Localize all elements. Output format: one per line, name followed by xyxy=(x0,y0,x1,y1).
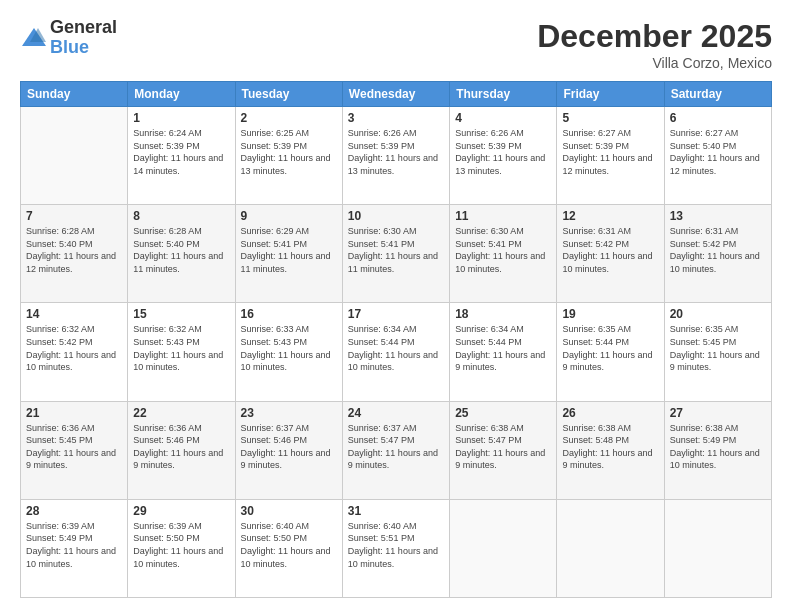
sunset-text: Sunset: 5:40 PM xyxy=(670,141,737,151)
day-number: 5 xyxy=(562,111,658,125)
table-row: 16 Sunrise: 6:33 AM Sunset: 5:43 PM Dayl… xyxy=(235,303,342,401)
day-info: Sunrise: 6:35 AM Sunset: 5:44 PM Dayligh… xyxy=(562,323,658,373)
day-info: Sunrise: 6:36 AM Sunset: 5:46 PM Dayligh… xyxy=(133,422,229,472)
sunrise-text: Sunrise: 6:28 AM xyxy=(26,226,95,236)
day-info: Sunrise: 6:37 AM Sunset: 5:46 PM Dayligh… xyxy=(241,422,337,472)
table-row: 11 Sunrise: 6:30 AM Sunset: 5:41 PM Dayl… xyxy=(450,205,557,303)
daylight-text: Daylight: 11 hours and 9 minutes. xyxy=(455,350,545,373)
header: General Blue December 2025 Villa Corzo, … xyxy=(20,18,772,71)
sunrise-text: Sunrise: 6:24 AM xyxy=(133,128,202,138)
table-row xyxy=(664,499,771,597)
sunset-text: Sunset: 5:42 PM xyxy=(562,239,629,249)
daylight-text: Daylight: 11 hours and 10 minutes. xyxy=(26,546,116,569)
header-thursday: Thursday xyxy=(450,82,557,107)
sunrise-text: Sunrise: 6:36 AM xyxy=(26,423,95,433)
day-info: Sunrise: 6:35 AM Sunset: 5:45 PM Dayligh… xyxy=(670,323,766,373)
sunrise-text: Sunrise: 6:35 AM xyxy=(562,324,631,334)
daylight-text: Daylight: 11 hours and 11 minutes. xyxy=(348,251,438,274)
day-number: 18 xyxy=(455,307,551,321)
sunset-text: Sunset: 5:47 PM xyxy=(348,435,415,445)
sunrise-text: Sunrise: 6:35 AM xyxy=(670,324,739,334)
sunset-text: Sunset: 5:46 PM xyxy=(241,435,308,445)
daylight-text: Daylight: 11 hours and 9 minutes. xyxy=(562,350,652,373)
sunrise-text: Sunrise: 6:26 AM xyxy=(455,128,524,138)
day-info: Sunrise: 6:40 AM Sunset: 5:50 PM Dayligh… xyxy=(241,520,337,570)
sunrise-text: Sunrise: 6:28 AM xyxy=(133,226,202,236)
table-row: 7 Sunrise: 6:28 AM Sunset: 5:40 PM Dayli… xyxy=(21,205,128,303)
location-subtitle: Villa Corzo, Mexico xyxy=(537,55,772,71)
sunrise-text: Sunrise: 6:29 AM xyxy=(241,226,310,236)
table-row: 19 Sunrise: 6:35 AM Sunset: 5:44 PM Dayl… xyxy=(557,303,664,401)
daylight-text: Daylight: 11 hours and 10 minutes. xyxy=(133,546,223,569)
month-title: December 2025 xyxy=(537,18,772,55)
sunset-text: Sunset: 5:51 PM xyxy=(348,533,415,543)
sunrise-text: Sunrise: 6:25 AM xyxy=(241,128,310,138)
sunrise-text: Sunrise: 6:38 AM xyxy=(455,423,524,433)
sunrise-text: Sunrise: 6:37 AM xyxy=(348,423,417,433)
daylight-text: Daylight: 11 hours and 10 minutes. xyxy=(133,350,223,373)
table-row: 31 Sunrise: 6:40 AM Sunset: 5:51 PM Dayl… xyxy=(342,499,449,597)
table-row xyxy=(557,499,664,597)
page: General Blue December 2025 Villa Corzo, … xyxy=(0,0,792,612)
table-row: 15 Sunrise: 6:32 AM Sunset: 5:43 PM Dayl… xyxy=(128,303,235,401)
day-number: 17 xyxy=(348,307,444,321)
sunset-text: Sunset: 5:45 PM xyxy=(670,337,737,347)
day-info: Sunrise: 6:28 AM Sunset: 5:40 PM Dayligh… xyxy=(133,225,229,275)
table-row: 17 Sunrise: 6:34 AM Sunset: 5:44 PM Dayl… xyxy=(342,303,449,401)
table-row: 21 Sunrise: 6:36 AM Sunset: 5:45 PM Dayl… xyxy=(21,401,128,499)
sunset-text: Sunset: 5:39 PM xyxy=(562,141,629,151)
day-info: Sunrise: 6:32 AM Sunset: 5:43 PM Dayligh… xyxy=(133,323,229,373)
daylight-text: Daylight: 11 hours and 9 minutes. xyxy=(455,448,545,471)
table-row: 8 Sunrise: 6:28 AM Sunset: 5:40 PM Dayli… xyxy=(128,205,235,303)
sunset-text: Sunset: 5:41 PM xyxy=(348,239,415,249)
day-number: 24 xyxy=(348,406,444,420)
sunrise-text: Sunrise: 6:30 AM xyxy=(455,226,524,236)
day-info: Sunrise: 6:24 AM Sunset: 5:39 PM Dayligh… xyxy=(133,127,229,177)
day-number: 25 xyxy=(455,406,551,420)
sunset-text: Sunset: 5:39 PM xyxy=(455,141,522,151)
logo-general-text: General xyxy=(50,18,117,38)
daylight-text: Daylight: 11 hours and 12 minutes. xyxy=(670,153,760,176)
sunrise-text: Sunrise: 6:27 AM xyxy=(562,128,631,138)
sunset-text: Sunset: 5:44 PM xyxy=(455,337,522,347)
header-wednesday: Wednesday xyxy=(342,82,449,107)
day-number: 30 xyxy=(241,504,337,518)
title-area: December 2025 Villa Corzo, Mexico xyxy=(537,18,772,71)
calendar-week-row: 1 Sunrise: 6:24 AM Sunset: 5:39 PM Dayli… xyxy=(21,107,772,205)
table-row: 25 Sunrise: 6:38 AM Sunset: 5:47 PM Dayl… xyxy=(450,401,557,499)
day-info: Sunrise: 6:31 AM Sunset: 5:42 PM Dayligh… xyxy=(670,225,766,275)
header-saturday: Saturday xyxy=(664,82,771,107)
day-number: 6 xyxy=(670,111,766,125)
day-info: Sunrise: 6:36 AM Sunset: 5:45 PM Dayligh… xyxy=(26,422,122,472)
sunset-text: Sunset: 5:42 PM xyxy=(26,337,93,347)
table-row: 1 Sunrise: 6:24 AM Sunset: 5:39 PM Dayli… xyxy=(128,107,235,205)
sunset-text: Sunset: 5:50 PM xyxy=(241,533,308,543)
day-number: 23 xyxy=(241,406,337,420)
table-row: 3 Sunrise: 6:26 AM Sunset: 5:39 PM Dayli… xyxy=(342,107,449,205)
day-number: 19 xyxy=(562,307,658,321)
sunset-text: Sunset: 5:48 PM xyxy=(562,435,629,445)
daylight-text: Daylight: 11 hours and 10 minutes. xyxy=(241,350,331,373)
day-info: Sunrise: 6:32 AM Sunset: 5:42 PM Dayligh… xyxy=(26,323,122,373)
day-number: 31 xyxy=(348,504,444,518)
table-row: 26 Sunrise: 6:38 AM Sunset: 5:48 PM Dayl… xyxy=(557,401,664,499)
table-row: 20 Sunrise: 6:35 AM Sunset: 5:45 PM Dayl… xyxy=(664,303,771,401)
day-info: Sunrise: 6:34 AM Sunset: 5:44 PM Dayligh… xyxy=(348,323,444,373)
day-info: Sunrise: 6:30 AM Sunset: 5:41 PM Dayligh… xyxy=(455,225,551,275)
day-info: Sunrise: 6:30 AM Sunset: 5:41 PM Dayligh… xyxy=(348,225,444,275)
sunset-text: Sunset: 5:44 PM xyxy=(562,337,629,347)
day-number: 13 xyxy=(670,209,766,223)
day-number: 11 xyxy=(455,209,551,223)
header-friday: Friday xyxy=(557,82,664,107)
table-row: 6 Sunrise: 6:27 AM Sunset: 5:40 PM Dayli… xyxy=(664,107,771,205)
daylight-text: Daylight: 11 hours and 9 minutes. xyxy=(241,448,331,471)
sunset-text: Sunset: 5:43 PM xyxy=(133,337,200,347)
sunrise-text: Sunrise: 6:31 AM xyxy=(670,226,739,236)
daylight-text: Daylight: 11 hours and 10 minutes. xyxy=(670,251,760,274)
day-info: Sunrise: 6:34 AM Sunset: 5:44 PM Dayligh… xyxy=(455,323,551,373)
table-row: 27 Sunrise: 6:38 AM Sunset: 5:49 PM Dayl… xyxy=(664,401,771,499)
daylight-text: Daylight: 11 hours and 13 minutes. xyxy=(348,153,438,176)
calendar-week-row: 28 Sunrise: 6:39 AM Sunset: 5:49 PM Dayl… xyxy=(21,499,772,597)
day-info: Sunrise: 6:33 AM Sunset: 5:43 PM Dayligh… xyxy=(241,323,337,373)
table-row: 14 Sunrise: 6:32 AM Sunset: 5:42 PM Dayl… xyxy=(21,303,128,401)
